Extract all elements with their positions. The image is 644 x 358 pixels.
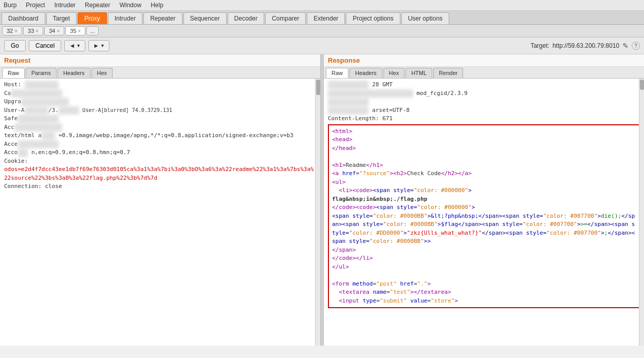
response-panel: Response Raw Headers Hex HTML Render ███…	[324, 54, 644, 346]
response-scroll[interactable]: ████████████ 28 GMT ████████████████████…	[324, 79, 644, 346]
resp-input: <input type="submit" value="store">	[331, 297, 637, 306]
resp-header-1: ████████████ 28 GMT	[327, 81, 641, 89]
back-button[interactable]: ◄ ▼	[64, 40, 85, 51]
tab-dashboard[interactable]: Dashboard	[2, 12, 45, 24]
menu-intruder[interactable]: Intruder	[53, 1, 77, 9]
resp-html: <html>	[331, 127, 637, 136]
tab-intruder[interactable]: Intruder	[108, 12, 142, 24]
menu-window[interactable]: Window	[118, 1, 143, 9]
menu-bar: Burp Project Intruder Repeater Window He…	[0, 0, 644, 11]
req-line-4: User-A███████/3.██████ User-A[blurred] 7…	[3, 106, 317, 115]
response-tab-raw[interactable]: Raw	[326, 68, 348, 78]
session-tab-34-close[interactable]: ×	[57, 28, 60, 34]
tab-target[interactable]: Target	[46, 12, 77, 24]
session-tab-34-label: 34	[49, 28, 55, 34]
forward-icon: ►	[93, 42, 99, 49]
session-tab-more[interactable]: ...	[86, 26, 98, 35]
resp-ul: <ul>	[331, 178, 637, 187]
response-sub-tabs: Raw Headers Hex HTML Render	[324, 67, 644, 79]
request-content: Host: ██████████ Ca███████████████ Upgra…	[0, 79, 320, 346]
request-tab-hex[interactable]: Hex	[91, 68, 113, 78]
resp-span-close: </span>	[331, 246, 637, 255]
session-tab-33-close[interactable]: ×	[35, 28, 39, 34]
response-content: ████████████ 28 GMT ████████████████████…	[324, 79, 644, 346]
session-tab-35-close[interactable]: ×	[78, 28, 81, 34]
menu-project[interactable]: Project	[24, 1, 46, 9]
request-scrollbar[interactable]	[315, 79, 320, 346]
session-tab-35-label: 35	[70, 28, 76, 34]
response-title: Response	[324, 54, 644, 67]
tab-project-options[interactable]: Project options	[346, 12, 400, 24]
resp-h1: <h1>Readme</h1>	[331, 161, 637, 170]
target-prefix: Target:	[530, 42, 549, 49]
resp-li: <li><code><span style="color: #000000">	[331, 186, 637, 195]
resp-code-li-close: </code></li>	[331, 254, 637, 263]
target-url: http://59.63.200.79:8010	[553, 42, 619, 49]
req-line-5: Safe████████████	[3, 115, 317, 123]
resp-code-close: </code><code><span style="color: #000000…	[331, 203, 637, 212]
session-tab-32[interactable]: 32 ×	[2, 26, 22, 35]
request-scroll[interactable]: Host: ██████████ Ca███████████████ Upgra…	[0, 79, 320, 346]
resp-link: <a href="?source"><h2>Check Code</h2></a…	[331, 169, 637, 178]
tab-extender[interactable]: Extender	[307, 12, 345, 24]
tab-user-options[interactable]: User options	[401, 12, 449, 24]
resp-textarea: <textarea name="text"></textarea>	[331, 288, 637, 297]
req-line-6: Acc██████████████	[3, 123, 317, 132]
resp-blank	[331, 153, 637, 161]
back-icon: ◄	[69, 42, 75, 49]
tab-repeater[interactable]: Repeater	[143, 12, 182, 24]
resp-blank2	[331, 271, 637, 280]
req-line-7: text/html a████ =0.9,image/webp,image/ap…	[3, 131, 317, 140]
request-tab-headers[interactable]: Headers	[58, 68, 90, 78]
session-tabs: 32 × 33 × 34 × 35 × ...	[0, 25, 644, 37]
resp-php-code: <span style="color: #0000BB">&lt;?php&nb…	[331, 212, 637, 246]
req-line-13: Connection: close	[3, 182, 317, 191]
back-dropdown-icon[interactable]: ▼	[76, 43, 81, 48]
req-line-1: Host: ██████████	[3, 81, 317, 89]
go-button[interactable]: Go	[4, 40, 26, 51]
response-tab-headers[interactable]: Headers	[349, 68, 382, 78]
tab-comparer[interactable]: Comparer	[265, 12, 306, 24]
help-icon[interactable]: ?	[632, 42, 640, 50]
response-highlight-area: <html> <head> </head> <h1>Readme</h1> <a…	[328, 124, 640, 309]
resp-flag: flag&nbsp;in&nbsp;./flag.php	[331, 195, 637, 204]
session-tab-34[interactable]: 34 ×	[44, 26, 64, 35]
session-tab-33-label: 33	[28, 28, 34, 34]
request-panel: Request Raw Params Headers Hex Host: ███…	[0, 54, 321, 346]
request-sub-tabs: Raw Params Headers Hex	[0, 67, 320, 79]
req-line-3: Upgra██████████████	[3, 98, 317, 106]
request-tab-raw[interactable]: Raw	[2, 68, 25, 78]
menu-repeater[interactable]: Repeater	[83, 1, 112, 9]
req-line-11: odos=e2d4f7dcc43ee1db7f69e76303d0105ca%3…	[3, 165, 317, 182]
menu-help[interactable]: Help	[149, 1, 165, 9]
target-info: Target: http://59.63.200.79:8010 ✎ ?	[530, 42, 640, 50]
tab-decoder[interactable]: Decoder	[228, 12, 264, 24]
forward-button[interactable]: ► ▼	[88, 40, 109, 51]
request-tab-params[interactable]: Params	[26, 68, 57, 78]
edit-target-icon[interactable]: ✎	[622, 42, 629, 50]
session-tab-32-close[interactable]: ×	[14, 28, 17, 34]
response-tab-hex[interactable]: Hex	[383, 68, 405, 78]
req-line-2: Ca███████████████	[3, 89, 317, 98]
req-line-10: Cookie:	[3, 157, 317, 166]
menu-burp[interactable]: Burp	[2, 1, 18, 9]
tab-sequencer[interactable]: Sequencer	[183, 12, 227, 24]
resp-head: <head>	[331, 136, 637, 144]
main-tab-bar: Dashboard Target Proxy Intruder Repeater…	[0, 11, 644, 25]
cancel-button[interactable]: Cancel	[29, 40, 61, 51]
session-tab-35[interactable]: 35 ×	[65, 26, 85, 35]
req-line-9: Acco███ n,en;q=0.9,en;q=0.8,hmn;q=0.7	[3, 148, 317, 157]
session-tab-33[interactable]: 33 ×	[23, 26, 43, 35]
resp-header-2: █████████████████████████ mod_fcgid/2.3.…	[327, 89, 641, 98]
response-tab-render[interactable]: Render	[433, 68, 463, 78]
resp-head-close: </head>	[331, 144, 637, 153]
forward-dropdown-icon[interactable]: ▼	[100, 43, 105, 48]
resp-ul-close: </ul>	[331, 263, 637, 272]
req-line-8: Acce████████████	[3, 140, 317, 149]
toolbar: Go Cancel ◄ ▼ ► ▼ Target: http://59.63.2…	[0, 37, 644, 54]
tab-proxy[interactable]: Proxy	[78, 12, 107, 24]
resp-header-3: ████████████	[327, 98, 641, 106]
session-tab-32-label: 32	[7, 28, 13, 34]
response-tab-html[interactable]: HTML	[406, 68, 432, 78]
response-scrollbar[interactable]	[639, 79, 644, 346]
